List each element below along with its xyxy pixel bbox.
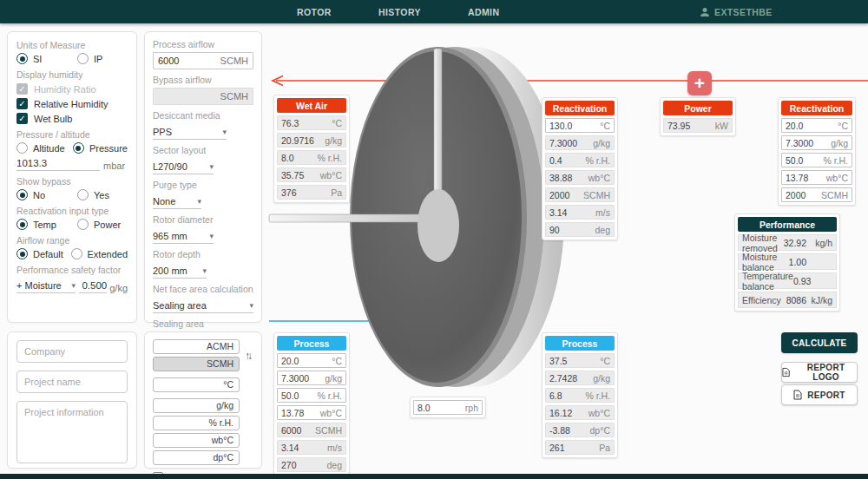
process-outlet-row: -3.88dp°C (545, 423, 615, 437)
radio-ip[interactable]: IP (77, 53, 102, 64)
show-bypass-label: Show bypass (16, 176, 128, 187)
process-inlet-row: 6000SCMH (277, 423, 346, 437)
reactivation-inlet-row: 38.88wb°C (545, 170, 615, 185)
radio-power[interactable]: Power (77, 219, 121, 230)
user-icon (700, 7, 710, 17)
process-outlet-header: Process (545, 336, 615, 351)
radio-default[interactable]: Default (16, 248, 71, 259)
radio-icon (77, 189, 89, 200)
reactivation-cond-humidity-field[interactable]: 7.3000g/kg (781, 135, 852, 150)
rotation-speed-box: 8.0rph (410, 397, 486, 418)
process-outlet-row: 37.5°C (545, 353, 615, 368)
caret-down-icon: ▾ (222, 128, 227, 136)
sector-layout-label: Sector layout (153, 145, 253, 155)
radio-pressure[interactable]: Pressure (73, 142, 128, 154)
radio-icon (77, 53, 89, 64)
display-humidity-label: Display humidity (16, 69, 128, 80)
performance-header: Performance (738, 217, 837, 232)
caret-down-icon: ▾ (209, 162, 214, 171)
reactivation-cond-wetbulb-field[interactable]: 13.78wb°C (781, 170, 852, 185)
process-outlet-box: Process 37.5°C 2.7428g/kg 6.8% r.H. 16.1… (542, 332, 618, 458)
performance-row: Temperature balance0.93 (738, 272, 837, 289)
flow-unit-acmh-button[interactable]: ACMH (153, 339, 240, 354)
radio-icon (73, 142, 84, 154)
process-inlet-row: 3.14m/s (277, 440, 346, 455)
safety-factor-mode-select[interactable]: + Moisture ▾ (16, 279, 76, 293)
rotation-speed-field[interactable]: 8.0rph (413, 400, 483, 415)
add-reactivation-stage-button[interactable]: + (687, 71, 712, 95)
radio-temp[interactable]: Temp (16, 219, 77, 230)
performance-box: Performance Moisture removed32.92kg/h Mo… (734, 213, 840, 312)
calculate-button[interactable]: CALCULATE (781, 332, 858, 353)
humidity-unit-dp-button[interactable]: dp°C (153, 450, 240, 465)
project-info-input[interactable] (16, 401, 128, 463)
user-menu[interactable]: EXTSETHBE (700, 0, 773, 23)
rotor-diameter-select[interactable]: 965 mm ▾ (153, 229, 214, 244)
purge-type-select[interactable]: None ▾ (153, 194, 201, 209)
wet-air-row: 376Pa (277, 185, 346, 200)
radio-altitude[interactable]: Altitude (16, 142, 73, 154)
reactivation-cond-flow-field[interactable]: 2000SCMH (781, 187, 852, 202)
reactivation-inlet-row: 2000SCMH (545, 187, 615, 202)
process-outlet-row: 16.12wb°C (545, 405, 615, 420)
performance-row: Moisture removed32.92kg/h (738, 234, 837, 251)
humidity-unit-gkg-button[interactable]: g/kg (153, 398, 240, 413)
humidity-unit-rh-button[interactable]: % r.H. (153, 416, 240, 430)
project-panel (7, 331, 137, 469)
process-inlet-box: Process 20.0°C 7.3000g/kg 50.0% r.H. 13.… (273, 332, 350, 476)
desiccant-media-label: Desiccant media (153, 110, 253, 121)
tab-admin[interactable]: ADMIN (468, 0, 499, 23)
pressure-input[interactable] (16, 155, 100, 171)
radio-icon (71, 248, 82, 259)
radio-bypass-no[interactable]: No (16, 189, 77, 200)
tab-history[interactable]: HISTORY (378, 0, 421, 23)
report-button[interactable]: REPORT (781, 384, 858, 405)
reactivation-cond-temp-field[interactable]: 20.0°C (781, 118, 852, 133)
process-wetbulb-field[interactable]: 13.78wb°C (277, 405, 346, 420)
safety-factor-input[interactable] (79, 278, 107, 293)
flow-unit-scmh-button[interactable]: SCMH (153, 357, 240, 371)
document-icon (782, 367, 790, 377)
radio-bypass-yes[interactable]: Yes (77, 189, 109, 200)
company-input[interactable] (16, 340, 128, 363)
process-airflow-label: Process airflow (153, 39, 253, 49)
process-humidity-field[interactable]: 7.3000g/kg (277, 371, 346, 385)
temp-unit-button[interactable]: °C (153, 377, 240, 392)
checkbox-wet-bulb[interactable]: ✓ Wet Bulb (16, 113, 128, 124)
radio-icon (16, 53, 28, 64)
radio-icon (77, 219, 89, 230)
desiccant-media-select[interactable]: PPS ▾ (153, 125, 227, 140)
process-airflow-field[interactable]: SCMH (153, 52, 253, 69)
swap-arrows-icon[interactable]: ↑↓ (245, 350, 250, 362)
report-logo-button[interactable]: REPORT LOGO (781, 362, 858, 383)
reactivation-temp-field[interactable]: 130.0°C (545, 118, 615, 133)
radio-icon (16, 142, 28, 154)
reactivation-conditions-box: Reactivation 20.0°C 7.3000g/kg 50.0% r.H… (778, 97, 856, 206)
radio-icon (16, 219, 28, 230)
sector-layout-select[interactable]: L270/90 ▾ (153, 160, 214, 174)
process-rh-field[interactable]: 50.0% r.H. (277, 388, 346, 403)
safety-factor-unit: g/kg (109, 283, 128, 293)
rotor-depth-select[interactable]: 200 mm ▾ (153, 264, 207, 279)
checkbox-icon: ✓ (16, 113, 28, 124)
process-temp-field[interactable]: 20.0°C (277, 353, 346, 368)
net-face-area-label: Net face area calculation (153, 284, 253, 294)
process-airflow-input[interactable] (158, 56, 220, 66)
humidity-unit-wb-button[interactable]: wb°C (153, 433, 240, 448)
project-name-input[interactable] (16, 371, 128, 393)
net-face-area-select[interactable]: Sealing area ▾ (153, 299, 253, 313)
bypass-airflow-input (158, 91, 220, 102)
reactivation-inlet-row: 0.4% r.H. (545, 153, 615, 167)
tab-rotor[interactable]: ROTOR (297, 0, 332, 23)
reactivation-cond-rh-field[interactable]: 50.0% r.H. (781, 153, 852, 167)
radio-extended[interactable]: Extended (71, 248, 128, 259)
reactivation-inlet-header: Reactivation (545, 101, 615, 115)
process-outlet-row: 6.8% r.H. (545, 388, 615, 403)
pressure-unit: mbar (103, 161, 125, 171)
bypass-airflow-field: SCMH (153, 88, 253, 105)
units-panel: ACMH SCMH ↑↓ °C g/kg % r.H. wb°C dp°C Us… (144, 331, 262, 469)
process-inlet-row: 270deg (277, 457, 346, 472)
checkbox-relative-humidity[interactable]: ✓ Relative Humidity (16, 98, 128, 109)
bypass-airflow-label: Bypass airflow (153, 75, 253, 85)
radio-si[interactable]: SI (16, 53, 77, 64)
